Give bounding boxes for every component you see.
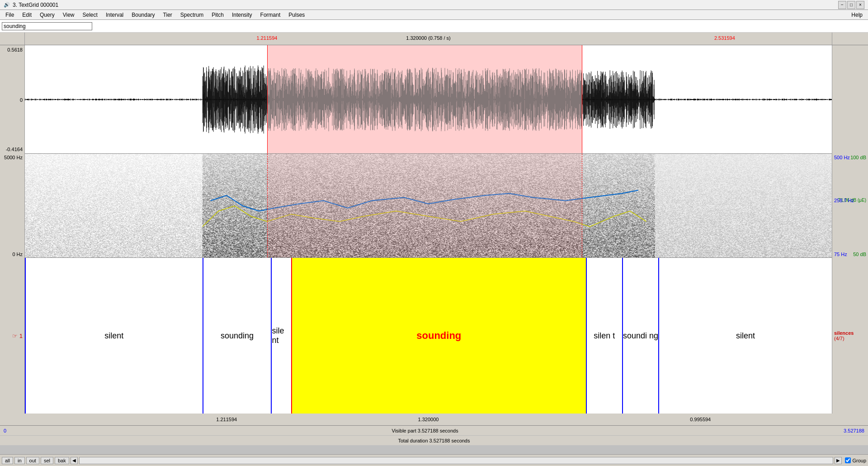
- right-time-marker: 2.531594: [714, 35, 735, 41]
- total-duration-label: Total duration 3.527188 seconds: [398, 438, 470, 443]
- app-icon: 🔊: [4, 2, 10, 8]
- right-boundary-line: [582, 45, 582, 153]
- spec-top-db: 100 dB: [850, 155, 866, 160]
- menu-select[interactable]: Select: [79, 11, 101, 19]
- waveform-row: 0.5618 0 -0.4164: [0, 45, 868, 154]
- menu-boundary[interactable]: Boundary: [128, 11, 158, 19]
- spec-top-hz: 500 Hz: [834, 155, 850, 160]
- menu-spectrum[interactable]: Spectrum: [177, 11, 207, 19]
- all-button[interactable]: all: [2, 457, 13, 464]
- textgrid-segment-5[interactable]: soundi ng: [622, 258, 658, 414]
- menu-file[interactable]: File: [2, 11, 18, 19]
- scrollbar-track[interactable]: [79, 457, 834, 464]
- scroll-left-arrow[interactable]: ◀: [71, 457, 78, 464]
- textgrid-segment-2[interactable]: sile nt: [271, 258, 291, 414]
- start-time-label: 0: [4, 428, 6, 433]
- textgrid-right-panel: silences (4/7): [832, 258, 868, 414]
- in-button[interactable]: in: [14, 457, 25, 464]
- spectrogram-row: 5000 Hz 0 Hz 100 dB 500 Hz 71.06 dB (μE)…: [0, 154, 868, 258]
- titlebar: 🔊 3. TextGrid 000001 − □ ×: [0, 0, 868, 10]
- window-title: 3. TextGrid 000001: [13, 2, 58, 8]
- menubar: File Edit Query View Select Interval Bou…: [0, 10, 868, 20]
- tier-label: silences: [834, 330, 854, 336]
- spec-right-boundary: [582, 154, 582, 257]
- textgrid-row: ☞ 1 silentsoundingsile ntsoundingsilen t…: [0, 258, 868, 414]
- spectrogram-right-panel: 100 dB 500 Hz 71.06 dB (μE) 258.7 Hz 50 …: [832, 154, 868, 258]
- main-content: 1.211594 1.320000 (0.758 / s) 2.531594 0…: [0, 33, 868, 445]
- waveform-left-panel: 0.5618 0 -0.4164: [0, 45, 25, 154]
- menu-tier[interactable]: Tier: [160, 11, 176, 19]
- bt-right: 0.995594: [690, 417, 711, 422]
- bottom-bar: all in out sel bak ◀ ▶ Group: [0, 454, 868, 466]
- tier-number-label: ☞ 1: [12, 333, 23, 339]
- waveform-right-panel: [832, 45, 868, 154]
- waveform-top-label: 0.5618: [7, 47, 23, 52]
- visible-part-bar: 0 Visible part 3.527188 seconds 3.527188: [0, 425, 868, 435]
- waveform-canvas: [25, 45, 832, 154]
- left-boundary-line: [267, 45, 268, 153]
- searchbar: [0, 20, 868, 33]
- menu-pitch[interactable]: Pitch: [208, 11, 227, 19]
- sel-button[interactable]: sel: [41, 457, 53, 464]
- spec-left-boundary: [267, 154, 268, 257]
- spec-bot-hz: 75 Hz: [834, 252, 847, 257]
- titlebar-left: 🔊 3. TextGrid 000001: [4, 2, 58, 8]
- textgrid-left-panel: ☞ 1: [0, 258, 25, 414]
- textgrid-panel[interactable]: silentsoundingsile ntsoundingsilen tsoun…: [25, 258, 832, 414]
- textgrid-segment-1[interactable]: sounding: [203, 258, 271, 414]
- help-button[interactable]: Help: [848, 11, 866, 19]
- visible-part-label: Visible part 3.527188 seconds: [392, 428, 458, 433]
- scroll-right-arrow[interactable]: ▶: [835, 457, 842, 464]
- ruler-right-spacer: [832, 33, 868, 45]
- waveform-panel[interactable]: [25, 45, 832, 154]
- maximize-button[interactable]: □: [847, 1, 855, 9]
- menu-query[interactable]: Query: [36, 11, 58, 19]
- search-input[interactable]: [2, 22, 92, 30]
- textgrid-segment-3[interactable]: sounding: [291, 258, 586, 414]
- time-ruler: 1.211594 1.320000 (0.758 / s) 2.531594: [0, 33, 868, 45]
- menu-interval[interactable]: Interval: [102, 11, 127, 19]
- titlebar-controls: − □ ×: [838, 1, 864, 9]
- spectrogram-top-label: 5000 Hz: [4, 155, 23, 160]
- textgrid-segment-4[interactable]: silen t: [586, 258, 622, 414]
- bottom-times-row: 1.211594 1.320000 0.995594: [0, 414, 868, 425]
- spectrogram-bottom-label: 0 Hz: [12, 252, 23, 257]
- menu-edit[interactable]: Edit: [19, 11, 35, 19]
- close-button[interactable]: ×: [856, 1, 864, 9]
- textgrid-segment-0[interactable]: silent: [25, 258, 203, 414]
- spec-mid-hz: 258.7 Hz: [834, 198, 854, 203]
- group-label[interactable]: Group: [852, 458, 866, 463]
- waveform-bottom-label: -0.4164: [6, 147, 23, 152]
- spectrogram-left-panel: 5000 Hz 0 Hz: [0, 154, 25, 258]
- menu-intensity[interactable]: Intensity: [228, 11, 256, 19]
- end-time-label: 3.527188: [844, 428, 864, 433]
- tier-count: (4/7): [834, 336, 844, 341]
- center-time-marker: 1.320000 (0.758 / s): [406, 35, 450, 41]
- minimize-button[interactable]: −: [838, 1, 846, 9]
- spec-bot-db: 50 dB: [853, 252, 866, 257]
- ruler-left-spacer: [0, 33, 25, 45]
- textgrid-segment-6[interactable]: silent: [658, 258, 832, 414]
- menu-pulses[interactable]: Pulses: [285, 11, 308, 19]
- total-duration-bar: Total duration 3.527188 seconds: [0, 435, 868, 445]
- bak-button[interactable]: bak: [55, 457, 69, 464]
- spectrogram-panel[interactable]: [25, 154, 832, 258]
- bt-left: 1.211594: [216, 417, 237, 422]
- out-button[interactable]: out: [26, 457, 39, 464]
- spectrogram-canvas: [25, 154, 832, 258]
- waveform-zero-label: 0: [20, 97, 23, 103]
- group-checkbox[interactable]: [845, 457, 851, 463]
- left-time-marker: 1.211594: [257, 35, 278, 41]
- ruler-main: 1.211594 1.320000 (0.758 / s) 2.531594: [25, 33, 832, 45]
- menu-view[interactable]: View: [59, 11, 78, 19]
- cursor-line: [291, 258, 292, 414]
- bt-center: 1.320000: [418, 417, 439, 422]
- menu-formant[interactable]: Formant: [257, 11, 284, 19]
